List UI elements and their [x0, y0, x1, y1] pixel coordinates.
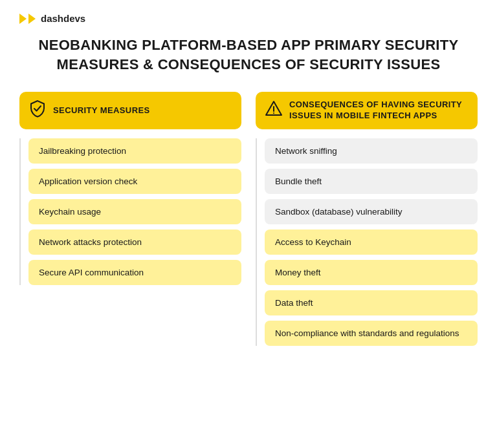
security-measures-column: Security Measures Jailbreaking protectio…: [19, 92, 241, 285]
list-item: Network sniffing: [265, 138, 478, 164]
list-item: Money theft: [265, 260, 478, 285]
warning-icon: [265, 100, 283, 122]
security-measures-title: Security Measures: [53, 105, 150, 116]
logo-area: dashdevs: [19, 13, 478, 24]
list-item: Non-compliance with standards and regula…: [265, 321, 478, 346]
logo-text: dashdevs: [41, 13, 85, 24]
svg-point-1: [273, 112, 274, 114]
list-item: Jailbreaking protection: [28, 138, 241, 164]
list-item: Access to Keychain: [265, 229, 478, 255]
security-measures-list: Jailbreaking protection Application vers…: [19, 138, 241, 285]
logo-icon: [19, 14, 36, 24]
list-item: Data theft: [265, 290, 478, 315]
list-item: Sandbox (database) vulnerability: [265, 199, 478, 224]
consequences-header: Consequences of Having Security Issues i…: [256, 92, 478, 129]
list-item: Secure API communication: [28, 260, 241, 285]
consequences-list: Network sniffing Bundle theft Sandbox (d…: [256, 138, 478, 346]
list-item: Keychain usage: [28, 199, 241, 224]
list-item: Application version check: [28, 169, 241, 194]
shield-icon: [28, 100, 47, 122]
list-item: Network attacks protection: [28, 229, 241, 255]
page-title: Neobanking Platform-Based App Primary Se…: [19, 36, 478, 74]
security-measures-header: Security Measures: [19, 92, 241, 129]
consequences-title: Consequences of Having Security Issues i…: [289, 100, 469, 122]
consequences-column: Consequences of Having Security Issues i…: [256, 92, 478, 346]
two-column-layout: Security Measures Jailbreaking protectio…: [19, 92, 478, 346]
list-item: Bundle theft: [265, 169, 478, 194]
